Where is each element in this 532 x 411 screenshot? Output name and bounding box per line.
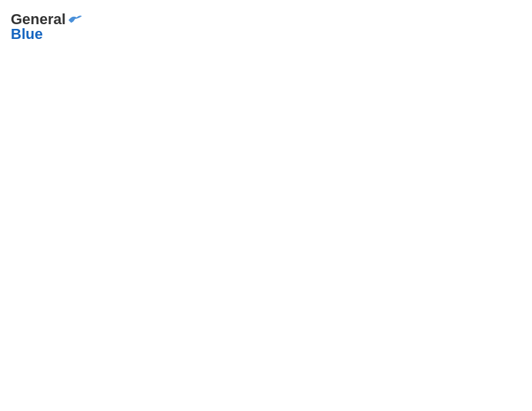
logo-blue: Blue [11,26,43,43]
logo-bird-icon [67,13,82,26]
page-header: General Blue [11,11,521,43]
logo: General Blue [11,11,82,43]
